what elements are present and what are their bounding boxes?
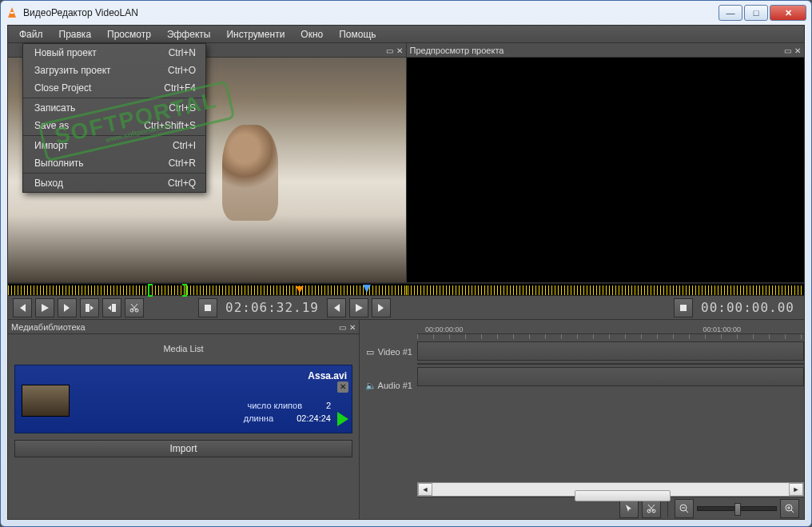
audio-track-label: Audio #1 [378,381,412,390]
stop-left-button[interactable] [198,298,217,317]
project-preview-header[interactable]: Предпросмотр проекта ▭✕ [407,43,805,58]
app-icon [6,6,18,19]
audio-track-lane[interactable] [417,367,804,386]
menu-item-shortcut: Ctrl+S [169,102,196,114]
media-item[interactable]: Assa.avi ✕ число клипов2 длинна02:24:24 [14,365,352,433]
menu-item-label: Close Project [34,82,91,94]
video-track-header[interactable]: ▭Video #1 [360,341,417,363]
menu-item-shortcut: Ctrl+Q [168,178,196,189]
media-item-thumbnail [22,385,70,417]
next-frame-button[interactable] [58,298,77,317]
menu-effects[interactable]: Эффекты [159,27,219,42]
panel-detach-icon[interactable]: ▭ [339,323,346,332]
clip-ruler[interactable] [8,283,804,296]
scroll-left-button[interactable]: ◄ [418,483,432,496]
menu-item-shortcut: Ctrl+F4 [164,82,196,94]
zoom-slider-knob[interactable] [734,503,741,516]
menu-edit[interactable]: Правка [51,27,100,42]
zoom-in-button[interactable] [780,499,799,518]
panel-close-icon[interactable]: ✕ [396,46,403,55]
cursor-marker[interactable] [363,285,371,293]
media-library-header[interactable]: Медиабиблиотека ▭✕ [8,320,359,334]
scroll-thumb[interactable] [575,490,671,501]
project-preview-title: Предпросмотр проекта [410,46,504,55]
menu-window[interactable]: Окно [293,27,331,42]
mark-in-button[interactable] [80,298,99,317]
import-button[interactable]: Import [14,440,352,457]
project-next-button[interactable] [372,298,391,317]
lower-row: Медиабиблиотека ▭✕ Media List Assa.avi ✕… [8,320,804,519]
media-library-body: Media List Assa.avi ✕ число клипов2 длин… [8,334,359,519]
audio-track-icon: 🔈 [365,381,375,391]
menu-file[interactable]: Файл [11,27,51,42]
length-value: 02:24:24 [286,412,331,425]
file-menu-item[interactable]: Save asCtrl+Shift+S [23,117,205,134]
video-track-lane[interactable] [417,341,804,361]
out-marker[interactable] [182,284,187,297]
close-button[interactable] [770,5,806,21]
menu-item-label: Импорт [34,140,68,151]
zoom-out-button[interactable] [675,499,694,518]
file-menu-item[interactable]: Загрузить проектCtrl+O [23,62,205,79]
right-timecode: 00:00:00.00 [701,300,794,315]
clips-value: 2 [315,399,331,412]
file-menu-item[interactable]: ЗаписатьCtrl+S [23,99,205,117]
ruler-time-1: 00:01:00:00 [703,325,742,333]
panel-detach-icon[interactable]: ▭ [784,46,791,55]
scroll-right-button[interactable]: ► [789,483,803,496]
menu-item-label: Выполнить [34,158,84,169]
panel-detach-icon[interactable]: ▭ [386,46,393,55]
menu-item-label: Загрузить проект [34,65,111,76]
menu-view[interactable]: Просмотр [99,27,159,42]
in-marker[interactable] [148,284,153,297]
scissors-tool-button[interactable] [642,499,661,518]
media-item-filename: Assa.avi [20,370,347,381]
stop-right-button[interactable] [674,298,693,317]
mark-out-button[interactable] [102,298,121,317]
file-menu-dropdown: Новый проектCtrl+NЗагрузить проектCtrl+O… [22,43,206,193]
timeline-ticks [417,334,804,339]
menu-item-shortcut: Ctrl+O [168,65,196,76]
file-menu-item[interactable]: ВыполнитьCtrl+R [23,154,205,172]
menu-item-label: Выход [34,178,63,189]
track-lanes[interactable]: 00:00:00:00 00:01:00:00 ◄ ► [417,320,804,519]
menu-item-shortcut: Ctrl+N [169,47,196,58]
file-menu-item[interactable]: Close ProjectCtrl+F4 [23,79,205,97]
maximize-button[interactable] [744,5,768,21]
left-timecode: 02:06:32.19 [225,300,319,315]
video-track-label: Video #1 [378,347,412,357]
timeline-area: ▭Video #1 🔈Audio #1 00:00:00:00 00:01:00… [360,320,804,519]
audio-track-header[interactable]: 🔈Audio #1 [360,374,417,397]
media-item-remove-icon[interactable]: ✕ [337,381,348,393]
project-preview-body [407,58,805,282]
menu-help[interactable]: Помощь [331,27,384,42]
minimize-button[interactable] [718,5,742,21]
project-prev-button[interactable] [327,298,346,317]
panel-close-icon[interactable]: ✕ [794,46,801,55]
titlebar[interactable]: ВидеоРедактор VideoLAN [1,1,811,25]
play-button[interactable] [35,298,54,317]
window-title: ВидеоРедактор VideoLAN [23,7,717,18]
project-play-button[interactable] [349,298,368,317]
length-label: длинна [244,413,273,423]
media-item-play-icon[interactable] [337,412,348,426]
mouse-tool-button[interactable] [619,499,639,518]
app-body: Файл Правка Просмотр Эффекты Инструменти… [7,25,805,520]
file-menu-item[interactable]: ВыходCtrl+Q [23,174,205,192]
prev-frame-button[interactable] [13,298,32,317]
file-menu-item[interactable]: ИмпортCtrl+I [23,137,205,154]
zoom-slider[interactable] [697,506,777,511]
media-list-header: Media List [14,339,352,358]
menu-item-label: Новый проект [34,47,97,58]
timeline-panel: ▭Video #1 🔈Audio #1 00:00:00:00 00:01:00… [360,320,804,519]
playhead-marker[interactable] [296,286,304,294]
menu-item-shortcut: Ctrl+Shift+S [144,120,196,131]
file-menu-item[interactable]: Новый проектCtrl+N [23,44,205,62]
timeline-hscrollbar[interactable]: ◄ ► [417,482,804,497]
menubar: Файл Правка Просмотр Эффекты Инструменти… [8,26,804,43]
cut-button[interactable] [125,298,144,317]
menu-item-label: Save as [34,120,69,131]
panel-close-icon[interactable]: ✕ [349,323,356,332]
menu-instruments[interactable]: Инструменти [218,27,293,42]
timeline-ruler[interactable]: 00:00:00:00 00:01:00:00 [417,320,804,334]
